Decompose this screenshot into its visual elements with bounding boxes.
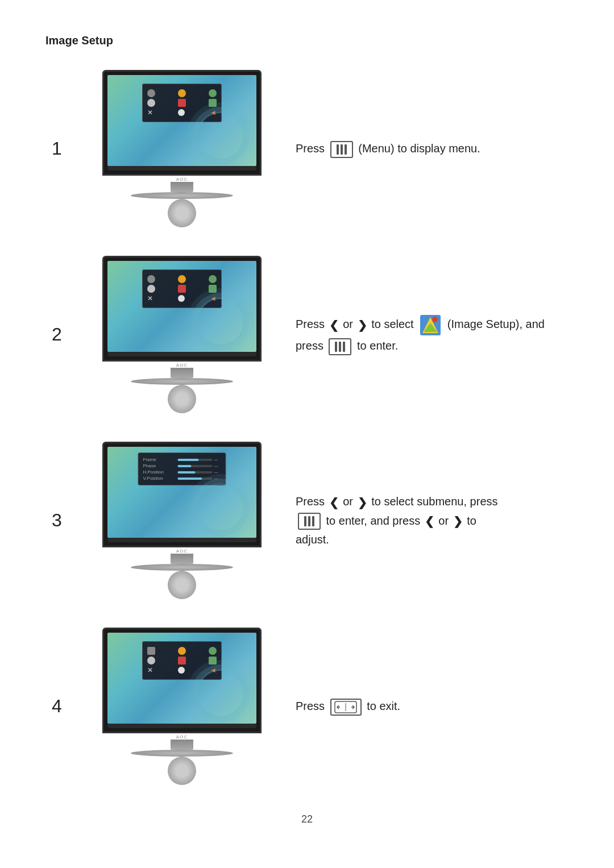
image-setup-icon <box>419 314 442 337</box>
step-2-row: 2 <box>45 256 569 413</box>
monitor-4: ✕ ◄ AOC <box>102 628 262 785</box>
page-title: Image Setup <box>45 34 569 47</box>
step-3-row: 3 Frame — Phase <box>45 442 569 599</box>
chevron-right-2: ❯ <box>358 316 367 334</box>
chevron-left-2: ❮ <box>329 316 339 334</box>
step-4-row: 4 <box>45 628 569 785</box>
chevron-left-3b: ❮ <box>425 512 434 530</box>
step-4-instruction: Press to exit. <box>296 697 569 716</box>
step-1-number: 1 <box>45 138 68 159</box>
step-4-number: 4 <box>45 696 68 717</box>
brand-3: AOC <box>102 549 262 554</box>
monitor-2: ✕ ◄ AOC <box>102 256 262 413</box>
brand-4: AOC <box>102 734 262 740</box>
osd-menu-1: ✕ ◄ <box>142 84 222 122</box>
brand-2: AOC <box>102 363 262 368</box>
chevron-right-3b: ❯ <box>453 512 463 530</box>
page-number: 22 <box>45 813 569 825</box>
monitor-3: Frame — Phase — H.Position <box>102 442 262 599</box>
step-3-number: 3 <box>45 510 68 531</box>
brand-1: AOC <box>102 177 262 182</box>
osd-menu-4: ✕ ◄ <box>142 641 222 680</box>
menu-button-1 <box>330 141 353 158</box>
chevron-right-3a: ❯ <box>358 493 367 512</box>
monitor-1: ✕ ◄ AOC <box>102 70 262 227</box>
step-2-instruction: Press ❮ or ❯ to select (Image Setup), an… <box>296 314 569 355</box>
step-1-monitor: ✕ ◄ AOC <box>97 70 267 227</box>
osd-menu-2: ✕ ◄ <box>142 269 222 308</box>
chevron-left-3a: ❮ <box>329 493 339 512</box>
exit-button <box>330 699 362 716</box>
osd-submenu-3: Frame — Phase — H.Position <box>138 452 226 485</box>
step-4-monitor: ✕ ◄ AOC <box>97 628 267 785</box>
step-1-row: 1 <box>45 70 569 227</box>
step-2-number: 2 <box>45 324 68 345</box>
svg-point-2 <box>432 317 438 322</box>
step-1-instruction: Press (Menu) to display menu. <box>296 139 569 158</box>
step-3-instruction: Press ❮ or ❯ to select submenu, press to… <box>296 492 569 549</box>
menu-button-2 <box>329 338 351 355</box>
menu-button-3 <box>298 513 321 530</box>
step-3-monitor: Frame — Phase — H.Position <box>97 442 267 599</box>
step-2-monitor: ✕ ◄ AOC <box>97 256 267 413</box>
